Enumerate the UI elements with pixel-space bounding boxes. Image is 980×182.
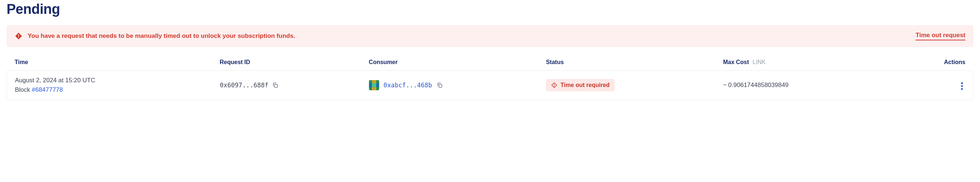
consumer-avatar bbox=[369, 80, 379, 90]
cell-consumer: 0xabcf...468b bbox=[369, 80, 546, 90]
col-time: Time bbox=[14, 59, 220, 65]
status-text: Time out required bbox=[560, 82, 609, 89]
time-text: August 2, 2024 at 15:20 UTC bbox=[15, 77, 220, 84]
col-max-cost-label: Max Cost bbox=[723, 59, 749, 65]
col-actions: Actions bbox=[919, 59, 966, 65]
request-id-text: 0x6097...688f bbox=[220, 82, 268, 89]
page-title: Pending bbox=[6, 2, 974, 17]
svg-rect-1 bbox=[18, 34, 19, 36]
actions-menu-button[interactable] bbox=[959, 80, 965, 92]
block-link[interactable]: #68477778 bbox=[32, 86, 63, 93]
timeout-request-link[interactable]: Time out request bbox=[915, 32, 966, 40]
col-status: Status bbox=[546, 59, 723, 65]
svg-rect-3 bbox=[275, 84, 277, 87]
status-badge: Time out required bbox=[546, 79, 615, 91]
block-label: Block bbox=[15, 86, 32, 93]
cell-max-cost: ~ 0.9061744858039849 bbox=[723, 82, 919, 89]
alert-message: You have a request that needs to be manu… bbox=[28, 32, 295, 40]
alert-icon bbox=[14, 32, 22, 40]
table-header: Time Request ID Consumer Status Max Cost… bbox=[6, 54, 974, 70]
warning-icon bbox=[551, 82, 557, 89]
consumer-link[interactable]: 0xabcf...468b bbox=[383, 82, 432, 89]
col-request-id: Request ID bbox=[220, 59, 369, 65]
svg-point-7 bbox=[554, 86, 555, 87]
copy-icon[interactable] bbox=[272, 82, 278, 89]
svg-rect-4 bbox=[439, 84, 442, 87]
cell-status: Time out required bbox=[546, 79, 722, 91]
table-row: August 2, 2024 at 15:20 UTC Block #68477… bbox=[6, 70, 974, 100]
pending-table: Time Request ID Consumer Status Max Cost… bbox=[6, 54, 974, 100]
alert-banner: You have a request that needs to be manu… bbox=[6, 25, 974, 47]
col-consumer: Consumer bbox=[369, 59, 546, 65]
col-max-cost: Max Cost LINK bbox=[723, 59, 919, 65]
cell-request-id: 0x6097...688f bbox=[220, 82, 369, 89]
col-max-cost-unit: LINK bbox=[752, 59, 765, 65]
cell-actions bbox=[918, 79, 965, 92]
copy-icon[interactable] bbox=[436, 82, 443, 89]
svg-rect-2 bbox=[18, 37, 19, 38]
cell-time: August 2, 2024 at 15:20 UTC Block #68477… bbox=[15, 77, 220, 93]
